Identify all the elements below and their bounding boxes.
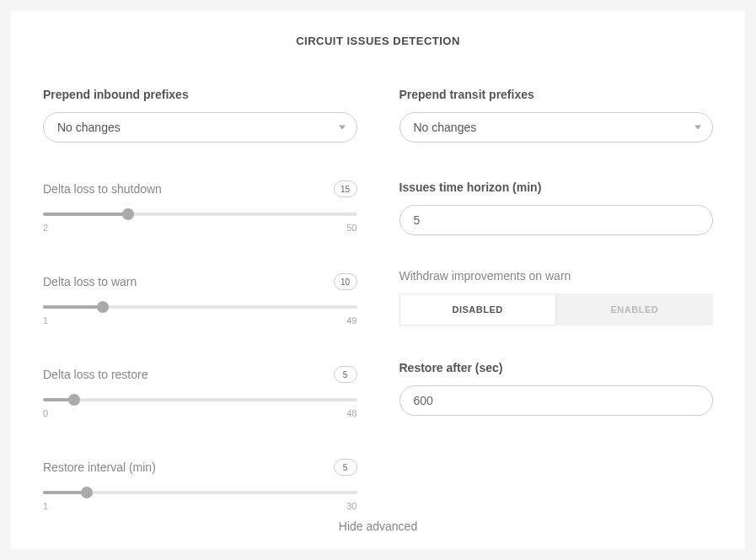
delta-loss-restore-value: 5 — [334, 366, 357, 383]
delta-loss-restore-block: Delta loss to restore 5 0 48 — [43, 366, 357, 418]
slider-min: 1 — [43, 315, 48, 326]
slider-max: 49 — [346, 315, 357, 326]
left-column: Prepend inbound prefixes No changes Delt… — [43, 88, 357, 511]
restore-interval-value: 5 — [334, 459, 357, 476]
restore-interval-label: Restore interval (min) — [43, 460, 156, 474]
delta-loss-shutdown-label: Delta loss to shutdown — [43, 182, 162, 196]
withdraw-enabled-button[interactable]: ENABLED — [556, 293, 713, 326]
delta-loss-warn-block: Delta loss to warn 10 1 49 — [43, 273, 357, 326]
inbound-prefixes-select[interactable]: No changes — [43, 112, 357, 143]
restore-interval-slider[interactable] — [43, 491, 357, 494]
right-column: Prepend transit prefixes No changes Issu… — [399, 88, 714, 511]
slider-thumb[interactable] — [122, 208, 134, 220]
panel-title: CIRCUIT ISSUES DETECTION — [43, 35, 713, 47]
delta-loss-warn-label: Delta loss to warn — [43, 275, 137, 288]
withdraw-improvements-label: Withdraw improvements on warn — [399, 269, 714, 283]
inbound-prefixes-value: No changes — [57, 121, 121, 134]
delta-loss-shutdown-value: 15 — [334, 180, 357, 197]
slider-thumb[interactable] — [97, 301, 109, 313]
withdraw-improvements-toggle: DISABLED ENABLED — [399, 293, 714, 326]
delta-loss-shutdown-slider[interactable] — [43, 213, 357, 216]
inbound-prefixes-label: Prepend inbound prefixes — [43, 88, 357, 101]
delta-loss-restore-slider[interactable] — [43, 398, 357, 401]
transit-prefixes-label: Prepend transit prefixes — [399, 88, 714, 101]
circuit-issues-panel: CIRCUIT ISSUES DETECTION Prepend inbound… — [11, 11, 745, 549]
delta-loss-warn-value: 10 — [334, 273, 357, 290]
withdraw-disabled-button[interactable]: DISABLED — [399, 293, 556, 326]
restore-interval-block: Restore interval (min) 5 1 30 — [43, 459, 357, 511]
restore-after-label: Restore after (sec) — [399, 361, 714, 374]
slider-min: 0 — [43, 408, 48, 418]
issues-time-horizon-label: Issues time horizon (min) — [399, 180, 714, 194]
slider-max: 50 — [346, 223, 357, 233]
slider-thumb[interactable] — [68, 394, 80, 406]
slider-max: 48 — [346, 408, 357, 418]
restore-after-input[interactable] — [399, 385, 714, 416]
slider-thumb[interactable] — [81, 487, 93, 498]
slider-min: 2 — [43, 223, 48, 233]
hide-advanced-link[interactable]: Hide advanced — [43, 520, 713, 533]
delta-loss-shutdown-block: Delta loss to shutdown 15 2 50 — [43, 180, 357, 233]
transit-prefixes-select[interactable]: No changes — [399, 112, 714, 143]
delta-loss-warn-slider[interactable] — [43, 305, 357, 309]
delta-loss-restore-label: Delta loss to restore — [43, 368, 148, 381]
issues-time-horizon-input[interactable] — [399, 205, 714, 235]
content-columns: Prepend inbound prefixes No changes Delt… — [43, 88, 713, 511]
slider-max: 30 — [346, 501, 357, 511]
transit-prefixes-value: No changes — [414, 121, 477, 134]
slider-min: 1 — [43, 501, 48, 511]
